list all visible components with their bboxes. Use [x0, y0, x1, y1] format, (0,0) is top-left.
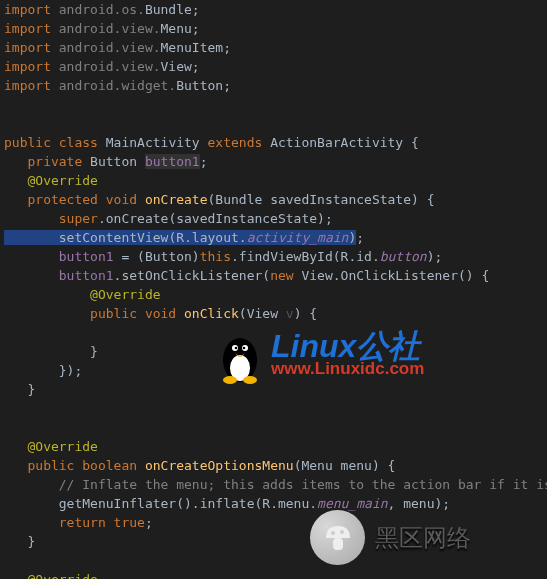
- code-line: button1.setOnClickListener(new View.OnCl…: [4, 268, 489, 283]
- code-line: import android.widget.Button;: [4, 78, 231, 93]
- code-line: getMenuInflater().inflate(R.menu.menu_ma…: [4, 496, 450, 511]
- code-line: @Override: [4, 439, 98, 454]
- code-line: import android.os.Bundle;: [4, 2, 200, 17]
- code-line: [4, 401, 12, 416]
- code-line: private Button button1;: [4, 154, 208, 169]
- code-line: setContentView(R.layout.activity_main);: [4, 230, 364, 245]
- code-line: public boolean onCreateOptionsMenu(Menu …: [4, 458, 395, 473]
- code-line: @Override: [4, 572, 98, 579]
- code-line: import android.view.MenuItem;: [4, 40, 231, 55]
- code-editor: import android.os.Bundle; import android…: [0, 0, 547, 579]
- code-line: }: [4, 382, 35, 397]
- code-line: @Override: [4, 287, 161, 302]
- code-line: // Inflate the menu; this adds items to …: [4, 477, 547, 492]
- code-line: });: [4, 363, 82, 378]
- code-line: }: [4, 534, 35, 549]
- code-line: }: [4, 344, 98, 359]
- code-line: @Override: [4, 173, 98, 188]
- code-line: protected void onCreate(Bundle savedInst…: [4, 192, 435, 207]
- code-line: [4, 97, 12, 112]
- code-line: public void onClick(View v) {: [4, 306, 317, 321]
- code-line: [4, 420, 12, 435]
- code-line: import android.view.Menu;: [4, 21, 200, 36]
- code-line: import android.view.View;: [4, 59, 200, 74]
- code-line: button1 = (Button)this.findViewById(R.id…: [4, 249, 442, 264]
- code-line: public class MainActivity extends Action…: [4, 135, 419, 150]
- code-line: return true;: [4, 515, 153, 530]
- code-line: [4, 325, 12, 340]
- code-line: [4, 116, 12, 131]
- code-line: [4, 553, 12, 568]
- code-line: super.onCreate(savedInstanceState);: [4, 211, 333, 226]
